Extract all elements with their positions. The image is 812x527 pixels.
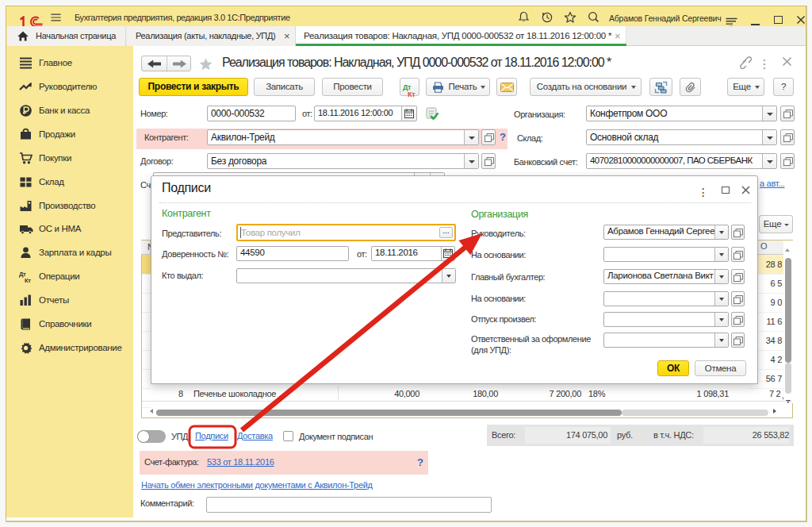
svg-text:Кт: Кт: [25, 277, 31, 284]
